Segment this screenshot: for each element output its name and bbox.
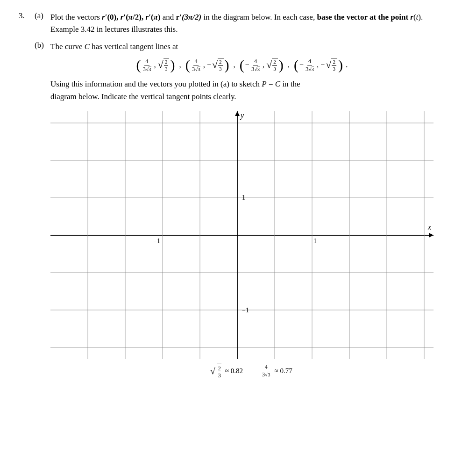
x-tick-1: 1 xyxy=(313,238,317,245)
y-axis-label: y xyxy=(240,111,244,120)
part-b: (b) The curve C has vertical tangent lin… xyxy=(35,41,436,379)
point-4-y-neg: − xyxy=(320,59,325,71)
trailing-dot: . xyxy=(346,58,348,72)
and-word: and xyxy=(163,13,176,22)
tangent-points-display: ( 4 3√3 , √23 ) , ( xyxy=(50,58,434,72)
point-4-y: √23 xyxy=(326,58,337,72)
y-tick-neg1: −1 xyxy=(242,307,249,314)
x-axis-arrow xyxy=(429,233,434,238)
point-2-y-neg: − xyxy=(207,59,211,71)
point-1-y: √23 xyxy=(158,58,170,72)
part-b-label: (b) xyxy=(35,41,47,50)
part-b-intro: The curve C has vertical tangent lines a… xyxy=(50,41,434,53)
point-1: ( 4 3√3 , √23 ) xyxy=(136,58,175,72)
part-a-label: (a) xyxy=(35,11,47,21)
part-a-vector4: r′(3π/2) xyxy=(176,13,202,22)
part-a-text: Plot the vectors r′(0), r′(π/2), r′(π) a… xyxy=(50,11,436,36)
point-2-x: 4 3√3 xyxy=(191,58,201,72)
note-sqrt23: √ 2 3 ≈ 0.82 xyxy=(210,363,243,379)
note-sqrt23-approx: ≈ 0.82 xyxy=(225,366,243,376)
note-frac-val: 4 3√3 xyxy=(262,364,271,378)
point-3-x: 4 3√3 xyxy=(250,58,261,72)
y-tick-1: 1 xyxy=(242,194,245,201)
point-3: ( − 4 3√3 , √23 ) xyxy=(240,58,284,72)
note-frac-approx: ≈ 0.77 xyxy=(274,366,292,376)
point-3-y: √23 xyxy=(266,58,278,72)
point-2-y: √23 xyxy=(212,58,224,72)
point-4-x-neg: − xyxy=(299,59,304,71)
graph-notes: √ 2 3 ≈ 0.82 4 xyxy=(192,363,292,379)
problem-parts: (a) Plot the vectors r′(0), r′(π/2), r′(… xyxy=(35,11,436,379)
part-a: (a) Plot the vectors r′(0), r′(π/2), r′(… xyxy=(35,11,436,36)
coordinate-grid: x y 1 −1 −1 xyxy=(50,111,434,359)
graph-area: x y 1 −1 −1 xyxy=(50,111,434,359)
graph-container: x y 1 −1 −1 xyxy=(50,111,434,379)
x-axis-label: x xyxy=(427,223,431,231)
part-b-text: The curve C has vertical tangent lines a… xyxy=(50,41,434,379)
problem-3: 3. (a) Plot the vectors r′(0), r′(π/2), … xyxy=(19,11,436,379)
point-2: ( 4 3√3 , − √23 ) xyxy=(185,58,229,72)
note-sqrt-symbol: √ xyxy=(210,364,215,378)
note-frac-4-3sqrt3: 4 3√3 ≈ 0.77 xyxy=(262,363,292,379)
point-1-x: 4 3√3 xyxy=(142,58,152,72)
part-a-vectors: r′(0), r′(π/2), r′(π) xyxy=(102,13,161,22)
part-a-base-instruction: base the vector at the point r xyxy=(317,13,413,22)
y-axis-arrow xyxy=(235,111,240,116)
point-4: ( − 4 3√3 , − √23 ) xyxy=(294,58,343,72)
x-tick-neg1: −1 xyxy=(153,238,160,245)
part-b-paragraph: Using this information and the vectors y… xyxy=(50,78,434,103)
point-4-x: 4 3√3 xyxy=(305,58,315,72)
problem-number-label: 3. xyxy=(19,11,29,21)
point-3-x-neg: − xyxy=(245,59,249,71)
